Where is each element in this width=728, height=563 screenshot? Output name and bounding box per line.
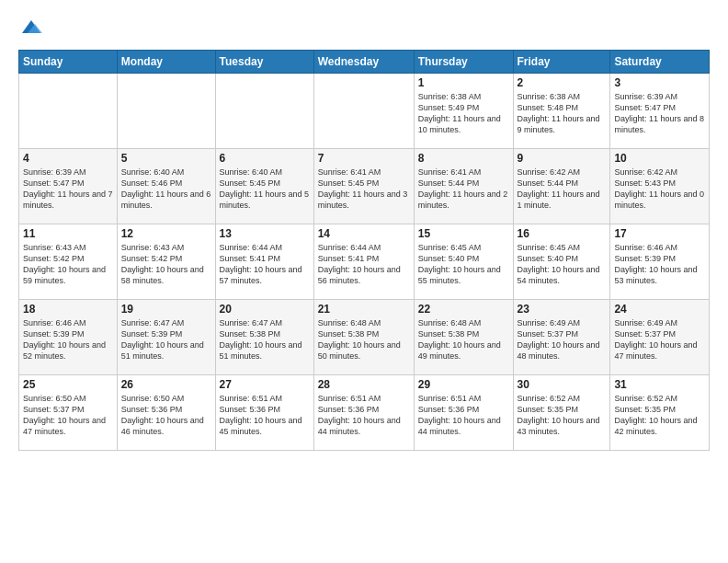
day-info: Sunrise: 6:45 AM Sunset: 5:40 PM Dayligh…: [518, 242, 607, 287]
day-number: 22: [418, 303, 509, 316]
calendar-cell: 18Sunrise: 6:46 AM Sunset: 5:39 PM Dayli…: [19, 300, 118, 375]
calendar-cell: 9Sunrise: 6:42 AM Sunset: 5:44 PM Daylig…: [513, 149, 610, 224]
day-info: Sunrise: 6:43 AM Sunset: 5:42 PM Dayligh…: [23, 242, 113, 287]
day-info: Sunrise: 6:42 AM Sunset: 5:44 PM Dayligh…: [518, 167, 607, 212]
day-number: 2: [518, 76, 607, 89]
day-info: Sunrise: 6:48 AM Sunset: 5:38 PM Dayligh…: [418, 317, 509, 362]
day-number: 7: [318, 152, 410, 165]
day-info: Sunrise: 6:39 AM Sunset: 5:47 PM Dayligh…: [614, 91, 705, 136]
day-info: Sunrise: 6:40 AM Sunset: 5:45 PM Dayligh…: [220, 167, 310, 212]
day-number: 5: [121, 152, 211, 165]
day-number: 13: [220, 227, 310, 240]
calendar-cell: 11Sunrise: 6:43 AM Sunset: 5:42 PM Dayli…: [19, 224, 118, 300]
day-info: Sunrise: 6:50 AM Sunset: 5:37 PM Dayligh…: [23, 393, 113, 438]
calendar-cell: 23Sunrise: 6:49 AM Sunset: 5:37 PM Dayli…: [513, 300, 610, 375]
day-info: Sunrise: 6:47 AM Sunset: 5:39 PM Dayligh…: [121, 317, 211, 362]
day-info: Sunrise: 6:46 AM Sunset: 5:39 PM Dayligh…: [23, 317, 113, 362]
day-info: Sunrise: 6:47 AM Sunset: 5:38 PM Dayligh…: [220, 317, 310, 362]
day-number: 16: [518, 227, 607, 240]
day-info: Sunrise: 6:49 AM Sunset: 5:37 PM Dayligh…: [614, 317, 705, 362]
day-number: 26: [121, 378, 211, 391]
week-row-5: 25Sunrise: 6:50 AM Sunset: 5:37 PM Dayli…: [19, 375, 710, 451]
day-info: Sunrise: 6:42 AM Sunset: 5:43 PM Dayligh…: [614, 167, 705, 212]
calendar-cell: 31Sunrise: 6:52 AM Sunset: 5:35 PM Dayli…: [610, 375, 710, 451]
calendar-cell: 17Sunrise: 6:46 AM Sunset: 5:39 PM Dayli…: [610, 224, 710, 300]
day-number: 21: [318, 303, 410, 316]
day-number: 31: [614, 378, 705, 391]
day-number: 25: [23, 378, 113, 391]
day-number: 29: [418, 378, 509, 391]
calendar-cell: [215, 74, 313, 149]
calendar-cell: 16Sunrise: 6:45 AM Sunset: 5:40 PM Dayli…: [513, 224, 610, 300]
calendar-cell: 15Sunrise: 6:45 AM Sunset: 5:40 PM Dayli…: [414, 224, 513, 300]
weekday-header-row: SundayMondayTuesdayWednesdayThursdayFrid…: [19, 51, 710, 74]
logo: [18, 15, 48, 40]
day-info: Sunrise: 6:38 AM Sunset: 5:49 PM Dayligh…: [418, 91, 509, 136]
day-number: 6: [220, 152, 310, 165]
day-info: Sunrise: 6:44 AM Sunset: 5:41 PM Dayligh…: [220, 242, 310, 287]
calendar-cell: 2Sunrise: 6:38 AM Sunset: 5:48 PM Daylig…: [513, 74, 610, 149]
day-number: 3: [614, 76, 705, 89]
weekday-header-friday: Friday: [513, 51, 610, 74]
calendar-cell: 29Sunrise: 6:51 AM Sunset: 5:36 PM Dayli…: [414, 375, 513, 451]
day-number: 30: [518, 378, 607, 391]
calendar-cell: [117, 74, 215, 149]
weekday-header-tuesday: Tuesday: [215, 51, 313, 74]
day-number: 19: [121, 303, 211, 316]
calendar-cell: 25Sunrise: 6:50 AM Sunset: 5:37 PM Dayli…: [19, 375, 118, 451]
calendar-cell: 20Sunrise: 6:47 AM Sunset: 5:38 PM Dayli…: [215, 300, 313, 375]
calendar-cell: 4Sunrise: 6:39 AM Sunset: 5:47 PM Daylig…: [19, 149, 118, 224]
week-row-1: 1Sunrise: 6:38 AM Sunset: 5:49 PM Daylig…: [19, 74, 710, 149]
calendar-cell: 19Sunrise: 6:47 AM Sunset: 5:39 PM Dayli…: [117, 300, 215, 375]
day-info: Sunrise: 6:44 AM Sunset: 5:41 PM Dayligh…: [318, 242, 410, 287]
calendar: SundayMondayTuesdayWednesdayThursdayFrid…: [18, 50, 710, 451]
calendar-cell: 30Sunrise: 6:52 AM Sunset: 5:35 PM Dayli…: [513, 375, 610, 451]
day-number: 10: [614, 152, 705, 165]
weekday-header-monday: Monday: [117, 51, 215, 74]
day-info: Sunrise: 6:43 AM Sunset: 5:42 PM Dayligh…: [121, 242, 211, 287]
day-number: 12: [121, 227, 211, 240]
day-number: 27: [220, 378, 310, 391]
day-number: 28: [318, 378, 410, 391]
day-number: 11: [23, 227, 113, 240]
day-number: 20: [220, 303, 310, 316]
day-number: 15: [418, 227, 509, 240]
calendar-cell: 27Sunrise: 6:51 AM Sunset: 5:36 PM Dayli…: [215, 375, 313, 451]
calendar-cell: 24Sunrise: 6:49 AM Sunset: 5:37 PM Dayli…: [610, 300, 710, 375]
day-number: 24: [614, 303, 705, 316]
day-info: Sunrise: 6:51 AM Sunset: 5:36 PM Dayligh…: [220, 393, 310, 438]
calendar-cell: 14Sunrise: 6:44 AM Sunset: 5:41 PM Dayli…: [313, 224, 414, 300]
calendar-cell: 12Sunrise: 6:43 AM Sunset: 5:42 PM Dayli…: [117, 224, 215, 300]
week-row-3: 11Sunrise: 6:43 AM Sunset: 5:42 PM Dayli…: [19, 224, 710, 300]
weekday-header-sunday: Sunday: [19, 51, 118, 74]
calendar-cell: 6Sunrise: 6:40 AM Sunset: 5:45 PM Daylig…: [215, 149, 313, 224]
day-info: Sunrise: 6:51 AM Sunset: 5:36 PM Dayligh…: [418, 393, 509, 438]
logo-icon: [18, 15, 44, 40]
week-row-2: 4Sunrise: 6:39 AM Sunset: 5:47 PM Daylig…: [19, 149, 710, 224]
day-info: Sunrise: 6:46 AM Sunset: 5:39 PM Dayligh…: [614, 242, 705, 287]
calendar-cell: 22Sunrise: 6:48 AM Sunset: 5:38 PM Dayli…: [414, 300, 513, 375]
day-info: Sunrise: 6:38 AM Sunset: 5:48 PM Dayligh…: [518, 91, 607, 136]
calendar-cell: 21Sunrise: 6:48 AM Sunset: 5:38 PM Dayli…: [313, 300, 414, 375]
calendar-cell: 28Sunrise: 6:51 AM Sunset: 5:36 PM Dayli…: [313, 375, 414, 451]
day-info: Sunrise: 6:40 AM Sunset: 5:46 PM Dayligh…: [121, 167, 211, 212]
calendar-cell: 8Sunrise: 6:41 AM Sunset: 5:44 PM Daylig…: [414, 149, 513, 224]
day-info: Sunrise: 6:41 AM Sunset: 5:45 PM Dayligh…: [318, 167, 410, 212]
day-info: Sunrise: 6:41 AM Sunset: 5:44 PM Dayligh…: [418, 167, 509, 212]
day-number: 1: [418, 76, 509, 89]
day-number: 17: [614, 227, 705, 240]
week-row-4: 18Sunrise: 6:46 AM Sunset: 5:39 PM Dayli…: [19, 300, 710, 375]
page: SundayMondayTuesdayWednesdayThursdayFrid…: [0, 0, 728, 563]
day-info: Sunrise: 6:49 AM Sunset: 5:37 PM Dayligh…: [518, 317, 607, 362]
header: [18, 15, 710, 40]
day-number: 14: [318, 227, 410, 240]
weekday-header-saturday: Saturday: [610, 51, 710, 74]
calendar-cell: 26Sunrise: 6:50 AM Sunset: 5:36 PM Dayli…: [117, 375, 215, 451]
calendar-cell: [19, 74, 118, 149]
day-number: 23: [518, 303, 607, 316]
calendar-cell: [313, 74, 414, 149]
day-info: Sunrise: 6:45 AM Sunset: 5:40 PM Dayligh…: [418, 242, 509, 287]
weekday-header-thursday: Thursday: [414, 51, 513, 74]
calendar-cell: 3Sunrise: 6:39 AM Sunset: 5:47 PM Daylig…: [610, 74, 710, 149]
calendar-cell: 7Sunrise: 6:41 AM Sunset: 5:45 PM Daylig…: [313, 149, 414, 224]
